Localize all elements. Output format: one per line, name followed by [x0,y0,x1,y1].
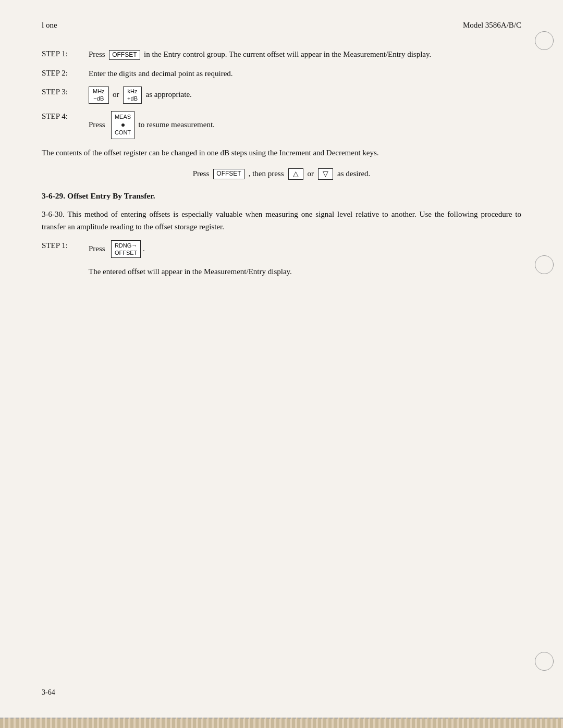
step1-press: Press [89,50,105,58]
step1-transfer-period: . [143,244,145,253]
mhz-line1: MHz [93,88,105,95]
as-desired-label: as desired. [337,169,370,178]
down-arrow-key: ▽ [318,168,333,180]
step1-body: Press OFFSET in the Entry control group.… [89,48,521,60]
step3-or: or [113,90,119,98]
meas-dot [115,121,131,129]
mhz-db-key: MHz −dB [89,87,109,104]
step2-body: Enter the digits and decimal point as re… [89,68,521,80]
page-header: l one Model 3586A/B/C [42,21,521,30]
step1-transfer-body: Press RDNG→ OFFSET . [89,240,521,258]
page-footer: 3-64 [42,688,55,697]
header-right: Model 3586A/B/C [463,21,521,30]
step4-row: STEP 4: Press MEAS CONT to resume measur… [42,111,521,139]
rdng-line2: OFFSET [115,249,137,256]
step4-body: Press MEAS CONT to resume measurement. [89,111,521,139]
khz-db-key: kHz +dB [123,87,142,104]
khz-line2: +dB [127,95,138,102]
circle-decoration-mid [535,255,554,274]
step1-after: in the Entry control group. The current … [144,50,431,58]
paragraph1: The contents of the offset register can … [42,146,521,159]
offset-key-1: OFFSET [109,50,140,60]
step4-label: STEP 4: [42,111,89,121]
meas-cont-key: MEAS CONT [111,111,134,139]
meas-line3: CONT [115,129,131,137]
circle-decoration-top [535,31,554,50]
header-left: l one [42,21,57,30]
indent-text: The entered offset will appear in the Me… [89,265,521,278]
step4-after: to resume measurement. [139,120,215,128]
step3-body: MHz −dB or kHz +dB as appropriate. [89,87,521,104]
step1-transfer-press: Press [89,244,105,253]
offset-key-2: OFFSET [213,169,244,179]
paragraph2: 3-6-30. This method of entering offsets … [42,208,521,233]
step1-transfer-row: STEP 1: Press RDNG→ OFFSET . [42,240,521,258]
meas-line1: MEAS [115,113,131,121]
circle-decoration-bottom [535,652,554,671]
step2-row: STEP 2: Enter the digits and decimal poi… [42,68,521,80]
section-heading: 3-6-29. Offset Entry By Transfer. [42,191,521,201]
press-label: Press [193,169,210,178]
rdng-line1: RDNG→ [115,242,137,249]
mhz-line2: −dB [93,95,104,102]
step1-row: STEP 1: Press OFFSET in the Entry contro… [42,48,521,60]
up-arrow-key: △ [288,168,303,180]
bottom-border-decoration [0,718,563,728]
rdng-offset-key: RDNG→ OFFSET [111,240,141,258]
step2-label: STEP 2: [42,68,89,78]
step3-row: STEP 3: MHz −dB or kHz +dB as appropriat… [42,87,521,104]
step4-press: Press [89,120,105,128]
page: l one Model 3586A/B/C STEP 1: Press OFFS… [0,0,563,728]
khz-line1: kHz [128,88,138,95]
step3-label: STEP 3: [42,87,89,96]
step3-after: as appropriate. [146,90,192,98]
or-label: or [308,169,314,178]
step1-transfer-label: STEP 1: [42,240,89,250]
press-offset-row: Press OFFSET , then press △ or ▽ as desi… [42,168,521,180]
step1-label: STEP 1: [42,48,89,58]
then-press-label: , then press [249,169,284,178]
